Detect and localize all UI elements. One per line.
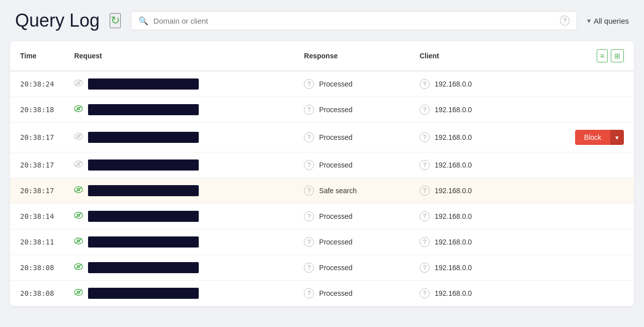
search-help-icon[interactable] [560, 16, 570, 26]
request-cell [64, 71, 294, 97]
svg-line-20 [75, 238, 82, 243]
response-text: Processed [319, 212, 352, 220]
request-cell [64, 178, 294, 204]
request-type-icon [74, 237, 83, 247]
actions-cell [524, 281, 634, 306]
response-help-icon [304, 186, 314, 196]
request-domain-block [88, 78, 199, 90]
client-ip: 192.168.0.0 [435, 264, 472, 272]
time-cell: 20:38:24 [10, 71, 64, 97]
response-cell: Processed [294, 204, 410, 229]
view-grid-button[interactable]: ⊞ [611, 49, 624, 62]
table-header-row: Time Request Response Client ≡ ⊞ [10, 41, 634, 71]
response-text: Safe search [319, 187, 357, 195]
actions-cell [524, 97, 634, 123]
response-text: Processed [319, 106, 352, 114]
search-input[interactable] [153, 17, 555, 25]
svg-line-26 [75, 290, 82, 295]
request-domain-block [88, 211, 199, 222]
response-cell: Processed [294, 281, 410, 306]
request-cell [64, 123, 294, 152]
response-help-icon [304, 211, 314, 221]
block-chevron-button[interactable]: ▾ [610, 130, 624, 145]
table-row: 20:38:17 Safe search 192.168.0.0 [10, 178, 634, 204]
request-cell [64, 229, 294, 255]
col-time: Time [10, 41, 64, 71]
request-domain-block [88, 236, 199, 248]
view-list-button[interactable]: ≡ [597, 49, 608, 62]
client-help-icon [420, 186, 430, 196]
col-actions: ≡ ⊞ [524, 41, 634, 71]
block-button[interactable]: Block [575, 130, 610, 145]
client-ip: 192.168.0.0 [435, 289, 472, 297]
svg-line-5 [75, 106, 82, 111]
response-help-icon [304, 263, 314, 273]
client-ip: 192.168.0.0 [435, 212, 472, 220]
table-row: 20:38:14 Processed 192.168.0.0 [10, 204, 634, 229]
request-type-icon [74, 186, 83, 195]
actions-cell [524, 229, 634, 255]
response-help-icon [304, 79, 314, 89]
request-type-icon [74, 79, 83, 89]
client-ip: 192.168.0.0 [435, 80, 472, 88]
col-response: Response [294, 41, 410, 71]
actions-cell [524, 152, 634, 178]
request-type-icon [74, 263, 83, 272]
table-row: 20:38:17 Processed 192.168.0.0 [10, 152, 634, 178]
response-cell: Processed [294, 123, 410, 152]
time-cell: 20:38:17 [10, 178, 64, 204]
client-help-icon [420, 263, 430, 273]
svg-line-14 [75, 187, 82, 192]
client-help-icon [420, 211, 430, 221]
search-bar: 🔍 [131, 11, 577, 30]
actions-cell: Block ▾ [524, 123, 634, 152]
request-type-icon [74, 212, 83, 221]
response-text: Processed [319, 238, 352, 246]
request-cell [64, 255, 294, 281]
response-cell: Processed [294, 255, 410, 281]
col-client: Client [410, 41, 524, 71]
actions-cell [524, 204, 634, 229]
time-cell: 20:38:08 [10, 281, 64, 306]
table-row: 20:38:17 Processed 192.168.0.0 [10, 123, 634, 152]
table-row: 20:38:18 Processed 192.168.0.0 [10, 97, 634, 123]
response-text: Processed [319, 133, 352, 141]
client-ip: 192.168.0.0 [435, 161, 472, 169]
query-log-table: Time Request Response Client ≡ ⊞ [10, 41, 634, 306]
client-cell: 192.168.0.0 [410, 281, 524, 306]
request-type-icon [74, 133, 83, 142]
table-row: 20:38:08 Processed 192.168.0.0 [10, 255, 634, 281]
query-log-table-container: Time Request Response Client ≡ ⊞ [10, 41, 634, 306]
refresh-button[interactable]: ↻ [110, 13, 121, 28]
page-title: Query Log [15, 10, 100, 31]
request-domain-block [88, 104, 199, 115]
time-cell: 20:38:08 [10, 255, 64, 281]
table-row: 20:38:11 Processed 192.168.0.0 [10, 229, 634, 255]
request-cell [64, 281, 294, 306]
client-cell: 192.168.0.0 [410, 229, 524, 255]
request-type-icon [74, 105, 83, 114]
time-cell: 20:38:17 [10, 123, 64, 152]
client-help-icon [420, 79, 430, 89]
search-icon: 🔍 [138, 16, 148, 26]
request-domain-block [88, 132, 199, 143]
col-request: Request [64, 41, 294, 71]
response-text: Processed [319, 264, 352, 272]
client-cell: 192.168.0.0 [410, 123, 524, 152]
svg-line-23 [75, 264, 82, 269]
filter-button[interactable]: ▾ All queries [587, 17, 629, 25]
request-domain-block [88, 262, 199, 273]
response-cell: Processed [294, 229, 410, 255]
svg-line-8 [75, 134, 82, 139]
request-domain-block [88, 288, 199, 299]
client-ip: 192.168.0.0 [435, 187, 472, 195]
request-domain-block [88, 185, 199, 196]
client-cell: 192.168.0.0 [410, 152, 524, 178]
response-help-icon [304, 288, 314, 298]
page-header: Query Log ↻ 🔍 ▾ All queries [0, 0, 644, 41]
response-cell: Processed [294, 97, 410, 123]
time-cell: 20:38:14 [10, 204, 64, 229]
request-cell [64, 97, 294, 123]
actions-cell [524, 178, 634, 204]
client-cell: 192.168.0.0 [410, 255, 524, 281]
